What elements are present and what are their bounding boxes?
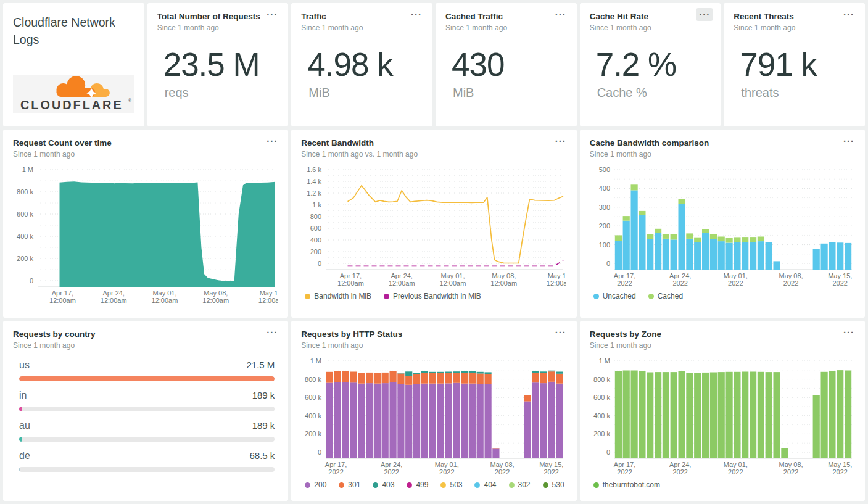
svg-text:2022: 2022 [672,468,687,476]
legend-label: Previous Bandwidth in MiB [393,292,481,300]
card-title: Cached Traffic [445,11,567,22]
legend-item[interactable]: 404 [474,481,496,489]
requests-by-country-card: Requests by country Since 1 month ago ··… [3,321,288,501]
legend-item[interactable]: Cached [648,292,683,300]
country-row[interactable]: us21.5 M [19,360,275,381]
svg-text:Apr 17,: Apr 17, [340,272,362,279]
legend-item[interactable]: Bandwidth in MiB [305,292,371,300]
recent-bandwidth-card: Recent Bandwidth Since 1 month ago vs. 1… [291,130,576,318]
legend-item[interactable]: 503 [440,481,462,489]
svg-text:12:00am: 12:00am [202,297,229,304]
card-title: Traffic [301,11,423,22]
legend-item[interactable]: 302 [509,481,531,489]
cloudflare-logo-text: CLOUDFLARE [20,98,123,112]
svg-text:May 01,: May 01, [435,461,459,468]
cloudflare-cloud-icon [57,76,110,98]
legend-dot-icon [543,482,548,488]
svg-text:Apr 17,: Apr 17, [613,461,635,468]
legend-dot-icon [440,482,446,488]
legend-dot-icon [509,482,515,488]
card-menu-button[interactable]: ··· [696,8,713,21]
stat-card-traffic: Traffic Since 1 month ago ··· 4.98 k MiB [291,3,432,126]
stat-value: 23.5 M [163,46,279,83]
chart-legend: theburritobot.com [590,481,855,489]
card-menu-button[interactable]: ··· [840,134,858,147]
card-menu-button[interactable]: ··· [552,326,569,339]
legend-item[interactable]: 403 [373,481,394,489]
stat-unit: reqs [165,86,279,100]
svg-text:2022: 2022 [728,468,743,476]
country-value: 68.5 k [249,450,275,461]
card-menu-button[interactable]: ··· [263,326,281,339]
card-menu-button[interactable]: ··· [552,8,569,21]
stat-unit: MiB [308,86,423,100]
svg-text:2022: 2022 [329,468,344,476]
country-row[interactable]: au189 k [19,420,275,442]
svg-text:800 k: 800 k [305,376,321,383]
legend-item[interactable]: 530 [543,481,564,489]
svg-text:600: 600 [310,225,321,232]
card-menu-button[interactable]: ··· [263,8,281,21]
legend-dot-icon [648,294,654,299]
stat-value: 7.2 % [596,46,711,83]
legend-dot-icon [305,294,310,299]
chart-svg: 0200 k400 k600 k800 k1 MApr 17,2022Apr 2… [301,356,566,477]
svg-text:2022: 2022 [617,279,632,287]
stat-value: 430 [452,46,567,83]
country-row[interactable]: in189 k [19,390,275,411]
svg-text:May 15,: May 15, [548,272,566,279]
svg-text:200 k: 200 k [305,431,321,438]
svg-text:Apr 24,: Apr 24, [102,289,124,297]
country-bar-track [19,407,275,411]
stat-card-cached-traffic: Cached Traffic Since 1 month ago ··· 430… [436,3,577,126]
request-count-chart[interactable]: 0200 k400 k600 k800 k1 MApr 17,12:00amAp… [13,165,278,305]
card-menu-button[interactable]: ··· [263,134,281,147]
card-title: Recent Threats [734,11,855,22]
legend-item[interactable]: Uncached [593,292,636,300]
svg-text:400: 400 [310,236,321,244]
svg-text:12:00am: 12:00am [49,297,76,304]
svg-text:600 k: 600 k [17,210,33,218]
recent-bandwidth-chart[interactable]: 02004006008001 k1.2 k1.4 k1.6 kApr 17,12… [301,165,566,288]
chart-legend: UncachedCached [590,292,855,300]
country-bar-track [19,437,275,442]
chart-svg: 0200 k400 k600 k800 k1 MApr 17,2022Apr 2… [590,356,855,477]
legend-dot-icon [474,482,480,488]
legend-item[interactable]: Previous Bandwidth in MiB [384,292,481,300]
svg-text:May 08,: May 08, [490,461,515,468]
country-label: de [19,450,30,461]
legend-dot-icon [373,482,378,488]
country-row[interactable]: de68.5 k [19,450,275,472]
zone-chart[interactable]: 0200 k400 k600 k800 k1 MApr 17,2022Apr 2… [590,356,855,477]
svg-text:1.4 k: 1.4 k [307,178,321,185]
cache-bandwidth-chart[interactable]: 0100200300400500Apr 17,2022Apr 24,2022Ma… [590,165,855,288]
svg-text:800 k: 800 k [17,188,33,196]
card-menu-button[interactable]: ··· [552,134,569,147]
svg-text:200: 200 [310,248,321,255]
card-subtitle: Since 1 month ago [590,150,855,159]
card-menu-button[interactable]: ··· [840,8,858,21]
card-subtitle: Since 1 month ago vs. 1 month ago [301,150,566,159]
svg-text:0: 0 [318,448,321,456]
svg-text:Apr 24,: Apr 24, [391,272,413,279]
legend-item[interactable]: theburritobot.com [593,481,660,489]
svg-text:2022: 2022 [384,468,399,476]
svg-text:2022: 2022 [439,468,454,476]
legend-item[interactable]: 301 [339,481,360,489]
legend-item[interactable]: 200 [305,481,326,489]
cache-bandwidth-card: Cache Bandwidth comparison Since 1 month… [580,130,865,318]
svg-text:2022: 2022 [544,468,559,476]
svg-text:Apr 24,: Apr 24, [669,461,691,468]
cloudflare-logo-mark: ® [128,98,131,102]
country-list: us21.5 Min189 kau189 kde68.5 k [13,360,278,472]
card-subtitle: Since 1 month ago [590,23,711,32]
card-title: Requests by HTTP Status [301,329,566,340]
http-status-chart[interactable]: 0200 k400 k600 k800 k1 MApr 17,2022Apr 2… [301,356,566,477]
card-subtitle: Since 1 month ago [734,23,855,32]
svg-text:2022: 2022 [832,279,847,287]
legend-item[interactable]: 499 [407,481,428,489]
svg-text:Apr 17,: Apr 17, [613,272,635,279]
card-menu-button[interactable]: ··· [408,8,425,21]
country-bar-fill [19,437,22,442]
card-menu-button[interactable]: ··· [840,326,858,339]
